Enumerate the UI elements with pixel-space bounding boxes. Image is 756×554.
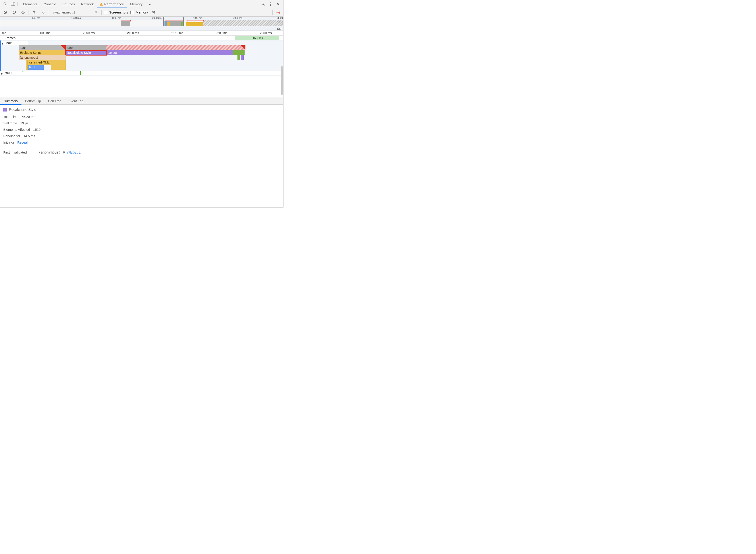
inspect-element-icon[interactable] <box>2 1 9 8</box>
initiator-reveal-link[interactable]: Reveal <box>17 141 28 144</box>
frames-track[interactable]: Frames 116.7 ms <box>0 36 283 41</box>
recording-selector[interactable]: jlwagner.net #1 <box>51 9 99 15</box>
flamechart-area[interactable]: 1950 ms2000 ms2050 ms2100 ms2150 ms2200 … <box>0 31 283 97</box>
overview-red-marker <box>130 20 131 21</box>
svg-point-10 <box>278 12 279 13</box>
details-tab-bottomup[interactable]: Bottom-Up <box>21 97 45 104</box>
tab-memory[interactable]: Memory <box>127 0 146 8</box>
frame-block[interactable]: 116.7 ms <box>235 36 279 40</box>
svg-point-6 <box>270 5 271 6</box>
settings-gear-icon[interactable] <box>259 1 267 8</box>
flame-anonymous[interactable]: (anonymous) <box>19 55 66 60</box>
overview-tick: 3500 <box>277 16 283 19</box>
svg-rect-2 <box>13 3 15 5</box>
tab-performance[interactable]: Performance <box>97 0 127 8</box>
summary-row-self-time: Self Time19 µs <box>3 121 280 125</box>
overview-ruler: 500 ms1000 ms1500 ms2000 ms2500 ms3000 m… <box>0 16 283 20</box>
summary-row-total-time: Total Time55.20 ms <box>3 115 280 119</box>
main-track-header[interactable]: Main <box>1 41 28 45</box>
flame-task[interactable]: Task <box>19 45 66 50</box>
capture-settings-icon[interactable] <box>275 9 281 16</box>
kebab-menu-icon[interactable] <box>267 1 274 8</box>
ruler-tick: 1950 ms <box>0 31 6 35</box>
overview-hatched-region <box>203 20 283 26</box>
close-devtools-icon[interactable] <box>274 1 282 8</box>
longtask-corner-icon <box>240 45 246 50</box>
reload-record-button[interactable] <box>11 9 17 16</box>
ruler-tick: 2250 ms <box>260 31 272 35</box>
vertical-scrollbar[interactable] <box>281 66 283 95</box>
overview-net-lane <box>0 26 283 31</box>
overview-tick: 3000 ms <box>233 16 243 19</box>
separator <box>101 10 102 15</box>
flame-set-innerhtml[interactable]: set innerHTML <box>28 60 66 65</box>
record-button[interactable] <box>2 9 9 16</box>
flame-slice[interactable] <box>26 60 28 65</box>
panel-tabs: Elements Console Sources Network Perform… <box>20 0 154 8</box>
device-toolbar-icon[interactable] <box>9 1 16 8</box>
load-profile-icon[interactable] <box>31 9 38 16</box>
details-tab-eventlog[interactable]: Event Log <box>65 97 87 104</box>
overview-net-label: NET <box>277 27 283 31</box>
svg-point-3 <box>263 4 264 5</box>
details-tabbar: Summary Bottom-Up Call Tree Event Log <box>0 97 283 105</box>
overview-window-handle[interactable] <box>183 16 184 26</box>
overview-tick: 1500 ms <box>112 16 121 19</box>
longtask-corner-icon <box>61 45 66 50</box>
tab-more[interactable]: » <box>146 0 154 8</box>
flame-slice[interactable] <box>26 65 28 70</box>
flame-layout[interactable] <box>241 55 244 60</box>
tab-console[interactable]: Console <box>41 0 59 8</box>
overview-tick: 2000 ms <box>152 16 162 19</box>
overview-longtask-bar <box>186 20 203 21</box>
flame-slice[interactable] <box>51 65 66 70</box>
summary-title: Recalculate Style <box>3 108 280 112</box>
svg-point-8 <box>5 12 6 13</box>
flamechart-ruler: 1950 ms2000 ms2050 ms2100 ms2150 ms2200 … <box>0 31 283 36</box>
selected-event-outline <box>65 50 107 56</box>
main-track[interactable]: Main TaskTaskEvaluate ScriptRecalculate … <box>0 41 283 71</box>
flame-evaluate-script[interactable]: Evaluate Script <box>19 50 66 55</box>
separator <box>49 10 49 15</box>
first-invalidated-link[interactable]: VM262:1 <box>67 151 80 155</box>
flame-parse-html[interactable]: P…L <box>28 65 44 70</box>
save-profile-icon[interactable] <box>40 9 47 16</box>
flame-layout[interactable]: Layout <box>106 50 233 55</box>
warning-icon <box>100 3 103 5</box>
ruler-tick: 2150 ms <box>171 31 183 35</box>
clear-button[interactable] <box>20 9 26 16</box>
devtools-tabbar: Elements Console Sources Network Perform… <box>0 0 283 8</box>
tab-network[interactable]: Network <box>78 0 97 8</box>
trash-icon[interactable] <box>150 9 157 16</box>
tab-elements[interactable]: Elements <box>20 0 41 8</box>
ruler-tick: 2100 ms <box>127 31 139 35</box>
overview-activity <box>167 22 170 26</box>
separator <box>272 10 273 15</box>
color-swatch <box>3 108 7 112</box>
overview-red-marker <box>186 20 187 21</box>
flamechart[interactable]: TaskTaskEvaluate ScriptRecalculate Style… <box>1 45 283 71</box>
overview-activity <box>121 20 130 26</box>
flame-composite[interactable] <box>241 50 245 55</box>
overview-activity <box>180 22 182 26</box>
disclosure-triangle-icon <box>1 72 3 75</box>
screenshots-checkbox[interactable]: Screenshots <box>104 10 128 14</box>
overview-activity <box>186 22 203 26</box>
flame-paint[interactable] <box>237 55 240 60</box>
gpu-track[interactable]: GPU <box>0 71 283 76</box>
summary-row-initiator: Initiator Reveal <box>3 141 280 144</box>
overview-window-handle[interactable] <box>163 16 164 26</box>
overview-timeline[interactable]: 500 ms1000 ms1500 ms2000 ms2500 ms3000 m… <box>0 16 283 31</box>
ruler-tick: 2200 ms <box>216 31 227 35</box>
memory-checkbox[interactable]: Memory <box>130 10 148 14</box>
flame-paint[interactable] <box>233 50 241 55</box>
details-tab-summary[interactable]: Summary <box>0 98 21 105</box>
details-tab-calltree[interactable]: Call Tree <box>45 97 65 104</box>
summary-row-elements: Elements Affected1520 <box>3 128 280 131</box>
overview-tick: 2500 ms <box>193 16 202 19</box>
gpu-activity-tick <box>80 71 81 75</box>
performance-toolbar: jlwagner.net #1 Screenshots Memory <box>0 8 283 16</box>
tab-sources[interactable]: Sources <box>59 0 78 8</box>
gpu-track-header[interactable]: GPU <box>0 71 27 75</box>
svg-point-4 <box>270 2 271 3</box>
